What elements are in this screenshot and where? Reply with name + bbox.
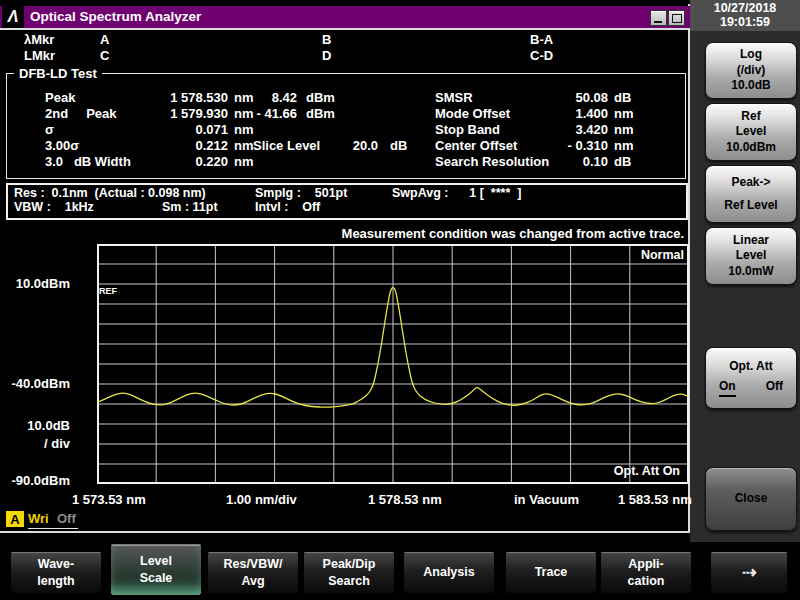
- window-bottom-border: [0, 531, 690, 533]
- analysis-row-power-unit: dBm: [306, 91, 335, 105]
- log-scale-line2: (/div): [737, 63, 766, 79]
- ref-level-line1: Ref: [741, 109, 760, 125]
- slice-level-unit: dB: [390, 139, 407, 153]
- linear-level-line2: Level: [736, 248, 767, 264]
- datetime-strip: 10/27/2018 19:01:59: [690, 0, 800, 31]
- marker-c-d: C-D: [530, 49, 553, 63]
- analysis-row-label: 3.0 dB Width: [45, 155, 131, 169]
- analysis-row-unit: nm: [234, 123, 254, 137]
- spectrum-graph: [97, 244, 689, 484]
- marker-d: D: [322, 49, 331, 63]
- log-scale-line1: Log: [740, 47, 762, 63]
- analysis-row-label: Mode Offset: [435, 107, 510, 121]
- optical-attenuator-button[interactable]: Opt. Att On Off: [705, 347, 797, 409]
- tab-label: Appli-: [628, 556, 663, 574]
- analysis-row-value: 0.071: [120, 123, 228, 137]
- right-arrow-icon: ⇢: [742, 561, 756, 585]
- peak-to-ref-button[interactable]: Peak-> Ref Level: [705, 165, 797, 223]
- analysis-row-value: 0.10: [520, 155, 608, 169]
- linear-level-button[interactable]: Linear Level 10.0mW: [705, 227, 797, 285]
- y-axis-mid-label: -40.0dBm: [0, 377, 70, 391]
- trace-state[interactable]: Off: [57, 512, 76, 526]
- maximize-button[interactable]: [668, 10, 685, 26]
- titlebar-underline: [0, 28, 690, 30]
- analysis-row-unit: dB: [614, 155, 631, 169]
- tab-label: Level: [140, 553, 172, 571]
- minimize-button[interactable]: [650, 10, 667, 26]
- minimize-icon: [654, 21, 662, 23]
- tab-wavelength[interactable]: Wave- length: [10, 552, 102, 594]
- slice-level-value: 20.0: [320, 139, 378, 153]
- wavelength-marker-label: λMkr: [24, 33, 54, 47]
- analysis-row-value: 1 578.530: [120, 91, 228, 105]
- tab-peak-dip-search[interactable]: Peak/Dip Search: [303, 552, 395, 594]
- menu-more-button[interactable]: ⇢: [710, 552, 788, 594]
- tab-level-scale[interactable]: Level Scale: [110, 544, 202, 596]
- analysis-row-label: Stop Band: [435, 123, 500, 137]
- x-axis-vacuum-label: in Vacuum: [514, 493, 579, 507]
- y-axis-scale-unit-label: / div: [0, 437, 70, 451]
- x-axis-end-label: 1 583.53 nm: [618, 493, 692, 507]
- tab-trace[interactable]: Trace: [505, 552, 597, 594]
- analysis-title: DFB-LD Test: [14, 66, 102, 81]
- status-message: Measurement condition was changed from a…: [200, 227, 684, 241]
- optical-attenuator-status: Opt. Att On: [480, 464, 680, 478]
- log-scale-value: 10.0dB: [731, 78, 770, 94]
- analysis-row-value: 50.08: [520, 91, 608, 105]
- x-axis-div-label: 1.00 nm/div: [226, 493, 297, 507]
- ref-level-button[interactable]: Ref Level 10.0dBm: [705, 103, 797, 161]
- osa-screen: 10/27/2018 19:01:59 Λ Optical Spectrum A…: [0, 0, 800, 600]
- analysis-row-value: 3.420: [520, 123, 608, 137]
- analysis-row-unit: nm: [234, 139, 254, 153]
- close-button[interactable]: Close: [705, 467, 797, 531]
- analysis-row-value: 1 579.930: [120, 107, 228, 121]
- tab-analysis[interactable]: Analysis: [403, 552, 495, 594]
- slice-level-label: Slice Level: [253, 139, 320, 153]
- ref-level-line2: Level: [736, 124, 767, 140]
- analysis-row-power: 8.42: [215, 91, 297, 105]
- x-axis-center-label: 1 578.53 nm: [368, 493, 442, 507]
- marker-b: B: [322, 33, 331, 47]
- level-marker-label: LMkr: [24, 49, 55, 63]
- marker-a: A: [100, 33, 109, 47]
- maximize-icon: [672, 14, 682, 23]
- close-label: Close: [735, 491, 768, 507]
- trace-write-mode[interactable]: Wri: [28, 512, 49, 526]
- sweep-average-setting: SwpAvg : 1 [ **** ]: [392, 187, 521, 201]
- analysis-row-unit: nm: [614, 107, 634, 121]
- analysis-row-unit: nm: [614, 139, 634, 153]
- date-label: 10/27/2018: [690, 2, 800, 16]
- linear-level-value: 10.0mW: [728, 264, 773, 280]
- analysis-row-unit: nm: [234, 155, 254, 169]
- peak-to-ref-line1: Peak->: [731, 171, 770, 194]
- smooth-setting: Sm : 11pt: [162, 201, 218, 215]
- analysis-row-label: 3.00σ: [45, 139, 79, 153]
- tab-label: cation: [628, 573, 665, 591]
- resolution-setting: Res : 0.1nm (Actual : 0.098 nm): [14, 187, 206, 201]
- tab-application[interactable]: Appli- cation: [600, 552, 692, 594]
- x-axis-start-label: 1 573.53 nm: [72, 493, 146, 507]
- tab-label: Scale: [140, 570, 173, 588]
- trace-select-badge[interactable]: A: [6, 511, 24, 527]
- analysis-row-label: SMSR: [435, 91, 473, 105]
- analysis-row-value: 0.212: [120, 139, 228, 153]
- analysis-row-unit: dB: [614, 91, 631, 105]
- tab-res-vbw-avg[interactable]: Res/VBW/ Avg: [207, 552, 299, 594]
- title-bar: Λ Optical Spectrum Analyzer: [0, 6, 690, 28]
- sampling-setting: Smplg : 501pt: [255, 187, 347, 201]
- analysis-row-power-unit: dBm: [306, 107, 335, 121]
- analysis-row-value: 0.220: [120, 155, 228, 169]
- ref-level-marker: REF: [99, 286, 117, 296]
- analysis-row-power: - 41.66: [215, 107, 297, 121]
- analysis-row-label: Center Offset: [435, 139, 517, 153]
- log-scale-button[interactable]: Log (/div) 10.0dB: [705, 42, 797, 99]
- analysis-row-label: Peak: [45, 91, 75, 105]
- interval-setting: Intvl : Off: [255, 201, 320, 215]
- tab-label: Res/VBW/: [223, 556, 282, 574]
- trace-mode-label: Normal: [484, 248, 684, 262]
- att-off-option[interactable]: Off: [766, 379, 783, 398]
- peak-to-ref-line2: Ref Level: [724, 194, 777, 217]
- analysis-row-label: 2nd Peak: [45, 107, 117, 121]
- att-on-option[interactable]: On: [719, 379, 736, 398]
- y-axis-scale-label: 10.0dB: [0, 419, 70, 433]
